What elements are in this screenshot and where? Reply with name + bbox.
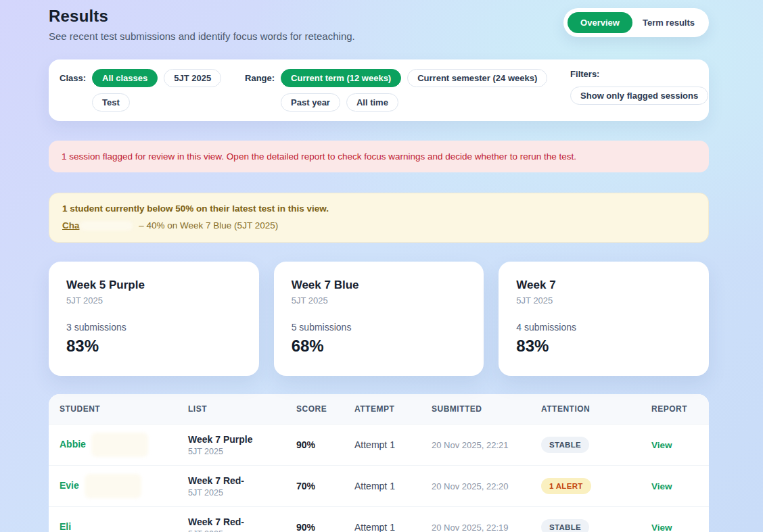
attention-cell: STABLE — [541, 437, 651, 453]
page-title: Results — [49, 7, 355, 26]
column-header-score: SCORE — [296, 394, 354, 424]
list-class: 5JT 2025 — [188, 529, 296, 532]
card-class: 5JT 2025 — [516, 295, 691, 306]
summary-card-week-7-blue: Week 7 Blue 5JT 2025 5 submissions 68% — [274, 262, 484, 376]
filter-pill-current-semester[interactable]: Current semester (24 weeks) — [407, 69, 547, 87]
view-report-link[interactable]: View — [651, 440, 672, 450]
list-name: Week 7 Red- — [188, 475, 296, 486]
card-submissions: 3 submissions — [66, 322, 241, 333]
card-submissions: 4 submissions — [516, 322, 691, 333]
card-title: Week 5 Purple — [66, 279, 241, 292]
status-badge-stable: STABLE — [541, 519, 589, 532]
status-badge-alert: 1 ALERT — [541, 478, 591, 494]
filter-bar: Class: All classes 5JT 2025 Test Range: … — [49, 59, 709, 121]
report-cell: View — [651, 480, 698, 492]
card-submissions: 5 submissions — [292, 322, 467, 333]
below-50-headline: 1 student currently below 50% on their l… — [62, 203, 695, 214]
summary-card-week-5-purple: Week 5 Purple 5JT 2025 3 submissions 83% — [49, 262, 259, 376]
list-cell: Week 7 Purple 5JT 2025 — [188, 434, 296, 456]
column-header-submitted: SUBMITTED — [432, 394, 541, 424]
class-filter-label: Class: — [60, 69, 86, 87]
summary-card-week-7: Week 7 5JT 2025 4 submissions 83% — [499, 262, 709, 376]
flagged-session-alert-text: 1 session flagged for review in this vie… — [62, 151, 576, 162]
list-class: 5JT 2025 — [188, 488, 296, 498]
table-row: Evie Week 7 Red- 5JT 2025 70% Attempt 1 … — [49, 466, 709, 507]
list-name: Week 7 Purple — [188, 434, 296, 445]
list-name: Week 7 Red- — [188, 516, 296, 527]
filter-pill-all-time[interactable]: All time — [346, 93, 398, 112]
view-toggle: Overview Term results — [563, 8, 709, 37]
attention-cell: STABLE — [541, 519, 651, 532]
submissions-table: STUDENT LIST SCORE ATTEMPT SUBMITTED ATT… — [49, 394, 709, 532]
range-filter-pills: Current term (12 weeks) Current semester… — [281, 69, 570, 112]
filter-pill-all-classes[interactable]: All classes — [92, 69, 158, 87]
below-50-alert: 1 student currently below 50% on their l… — [49, 193, 709, 243]
report-cell: View — [651, 521, 698, 532]
toggle-overview-button[interactable]: Overview — [568, 12, 632, 33]
filter-pill-past-year[interactable]: Past year — [281, 93, 340, 112]
card-average-score: 83% — [66, 337, 241, 356]
table-row: Eli Week 7 Red- 5JT 2025 90% Attempt 1 2… — [49, 507, 709, 532]
list-cell: Week 7 Red- 5JT 2025 — [188, 516, 296, 532]
extra-filters-label: Filters: — [570, 69, 599, 80]
redacted-surname — [76, 515, 133, 532]
card-class: 5JT 2025 — [66, 295, 241, 306]
below-50-detail-line: Cha – 40% on Week 7 Blue (5JT 2025) — [62, 220, 695, 231]
filter-pill-show-flagged[interactable]: Show only flagged sessions — [570, 87, 708, 105]
submitted-cell: 20 Nov 2025, 22:21 — [432, 440, 541, 450]
student-cell: Eli — [60, 515, 188, 532]
column-header-report: REPORT — [651, 394, 698, 424]
column-header-student: STUDENT — [60, 394, 188, 424]
extra-filters-group: Filters: Show only flagged sessions — [570, 69, 708, 105]
report-cell: View — [651, 439, 698, 451]
flagged-session-alert: 1 session flagged for review in this vie… — [49, 141, 709, 172]
list-cell: Week 7 Red- 5JT 2025 — [188, 475, 296, 498]
below-50-detail-text: – 40% on Week 7 Blue (5JT 2025) — [139, 220, 278, 231]
view-report-link[interactable]: View — [651, 523, 672, 532]
submitted-cell: 20 Nov 2025, 22:19 — [432, 523, 541, 532]
submitted-cell: 20 Nov 2025, 22:20 — [432, 481, 541, 491]
table-header-row: STUDENT LIST SCORE ATTEMPT SUBMITTED ATT… — [49, 394, 709, 425]
column-header-attempt: ATTEMPT — [354, 394, 432, 424]
score-cell: 90% — [296, 439, 354, 450]
score-cell: 90% — [296, 522, 354, 532]
card-title: Week 7 Blue — [292, 279, 467, 292]
page-subtitle: See recent test submissions and identify… — [49, 30, 355, 42]
filter-pill-5jt-2025[interactable]: 5JT 2025 — [164, 69, 221, 87]
card-title: Week 7 — [516, 279, 691, 292]
filter-pill-test[interactable]: Test — [92, 93, 130, 112]
card-average-score: 68% — [292, 337, 467, 356]
attempt-cell: Attempt 1 — [354, 439, 432, 450]
student-name-link[interactable]: Evie — [60, 481, 79, 491]
range-filter-label: Range: — [245, 69, 275, 87]
student-cell: Abbie — [60, 433, 188, 457]
below-50-student-link[interactable]: Cha — [62, 220, 80, 231]
card-class: 5JT 2025 — [292, 295, 467, 306]
table-row: Abbie Week 7 Purple 5JT 2025 90% Attempt… — [49, 425, 709, 466]
column-header-list: LIST — [188, 394, 296, 424]
page-header: Results See recent test submissions and … — [49, 5, 709, 42]
view-report-link[interactable]: View — [651, 481, 672, 491]
header-text: Results See recent test submissions and … — [49, 5, 355, 42]
redacted-surname — [91, 433, 148, 457]
score-cell: 70% — [296, 481, 354, 491]
student-name-link[interactable]: Eli — [60, 522, 71, 532]
column-header-attention: ATTENTION — [541, 394, 651, 424]
attempt-cell: Attempt 1 — [354, 522, 432, 532]
student-name-link[interactable]: Abbie — [60, 439, 86, 450]
class-filter-group: Class: All classes 5JT 2025 Test — [60, 69, 227, 112]
attention-cell: 1 ALERT — [541, 478, 651, 494]
card-average-score: 83% — [516, 337, 691, 356]
student-cell: Evie — [60, 474, 188, 498]
redacted-student-name — [80, 221, 133, 231]
attempt-cell: Attempt 1 — [354, 481, 432, 491]
summary-cards: Week 5 Purple 5JT 2025 3 submissions 83%… — [49, 262, 709, 376]
filter-pill-current-term[interactable]: Current term (12 weeks) — [281, 69, 401, 87]
results-page: Results See recent test submissions and … — [0, 0, 763, 532]
list-class: 5JT 2025 — [188, 447, 296, 456]
class-filter-pills: All classes 5JT 2025 Test — [92, 69, 227, 112]
range-filter-group: Range: Current term (12 weeks) Current s… — [245, 69, 570, 112]
status-badge-stable: STABLE — [541, 437, 589, 453]
toggle-term-results-button[interactable]: Term results — [632, 12, 705, 33]
redacted-surname — [85, 474, 141, 498]
